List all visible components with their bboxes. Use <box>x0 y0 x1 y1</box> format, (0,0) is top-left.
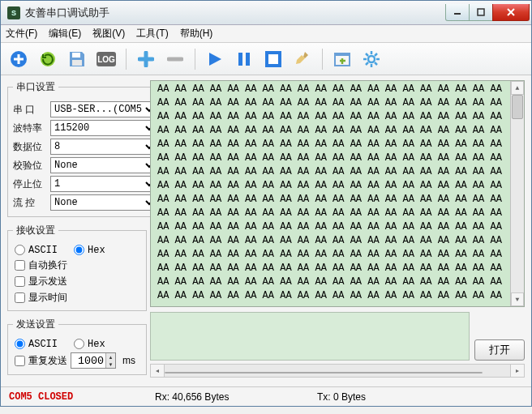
showsend-checkbox[interactable]: 显示发送 <box>13 275 67 288</box>
send-settings-legend: 发送设置 <box>13 318 58 331</box>
svg-rect-8 <box>238 53 242 66</box>
rx-content: AA AA AA AA AA AA AA AA AA AA AA AA AA A… <box>157 83 502 301</box>
play-icon[interactable] <box>204 48 226 70</box>
close-button[interactable] <box>492 4 530 21</box>
new-window-icon[interactable] <box>331 48 354 70</box>
minimize-button[interactable] <box>445 4 470 21</box>
parity-select[interactable]: None <box>50 157 157 173</box>
port-status: COM5 CLOSED <box>1 391 147 403</box>
save-icon[interactable] <box>66 48 88 70</box>
svg-text:LOG: LOG <box>97 55 115 64</box>
svg-rect-9 <box>246 53 250 66</box>
scroll-thumb[interactable] <box>512 95 523 119</box>
plus-icon[interactable] <box>135 48 157 70</box>
right-panel: AA AA AA AA AA AA AA AA AA AA AA AA AA A… <box>150 75 531 386</box>
toolbar-separator <box>322 49 323 70</box>
send-hex-radio[interactable]: Hex <box>72 339 105 350</box>
recv-ascii-radio[interactable]: ASCII <box>13 245 58 256</box>
flow-label: 流 控 <box>13 196 47 210</box>
refresh-icon[interactable] <box>36 48 59 70</box>
baud-label: 波特率 <box>13 122 47 135</box>
svg-rect-1 <box>478 9 484 15</box>
statusbar: COM5 CLOSED Rx: 40,656 Bytes Tx: 0 Bytes <box>1 386 531 406</box>
rx-hscrollbar[interactable]: ◂ ▸ <box>150 364 525 378</box>
tx-bytes: Tx: 0 Bytes <box>309 391 374 403</box>
interval-unit: ms <box>122 355 135 366</box>
menu-help[interactable]: 帮助(H) <box>180 27 213 41</box>
rx-textarea[interactable]: AA AA AA AA AA AA AA AA AA AA AA AA AA A… <box>150 80 525 307</box>
autowrap-checkbox[interactable]: 自动换行 <box>13 258 67 272</box>
stopbits-label: 停止位 <box>13 177 47 191</box>
send-settings-panel: 发送设置 ASCII Hex 重复发送 ▲▼ ms <box>7 318 147 375</box>
showtime-checkbox[interactable]: 显示时间 <box>13 291 67 305</box>
app-window: S 友善串口调试助手 文件(F) 编辑(E) 视图(V) 工具(T) 帮助(H) <box>0 0 532 407</box>
clear-icon[interactable] <box>291 48 314 70</box>
scroll-left-icon[interactable]: ◂ <box>151 365 165 377</box>
hscroll-thumb[interactable] <box>165 372 483 373</box>
spinner-buttons[interactable]: ▲▼ <box>105 353 115 368</box>
recv-settings-panel: 接收设置 ASCII Hex 自动换行 显示发送 显示时间 <box>7 224 147 311</box>
menu-tools[interactable]: 工具(T) <box>136 27 168 41</box>
svg-line-21 <box>375 53 377 56</box>
rx-bytes: Rx: 40,656 Bytes <box>147 391 309 403</box>
send-ascii-radio[interactable]: ASCII <box>13 339 58 350</box>
menubar: 文件(F) 编辑(E) 视图(V) 工具(T) 帮助(H) <box>1 25 531 43</box>
svg-rect-13 <box>335 53 350 56</box>
maximize-button[interactable] <box>469 4 493 21</box>
pause-icon[interactable] <box>233 48 255 70</box>
repeat-checkbox[interactable]: 重复发送 <box>13 354 67 368</box>
baud-select[interactable]: 115200 <box>50 120 157 136</box>
svg-line-22 <box>366 62 368 65</box>
svg-rect-4 <box>72 53 80 58</box>
window-title: 友善串口调试助手 <box>25 6 446 20</box>
scroll-down-icon[interactable]: ▼ <box>511 292 524 306</box>
menu-view[interactable]: 视图(V) <box>92 27 125 41</box>
scroll-right-icon[interactable]: ▸ <box>510 365 524 377</box>
scroll-up-icon[interactable]: ▲ <box>511 81 524 95</box>
recv-hex-radio[interactable]: Hex <box>72 245 105 256</box>
svg-line-20 <box>375 62 377 65</box>
databits-label: 数据位 <box>13 140 47 154</box>
tx-textarea[interactable] <box>150 312 470 361</box>
toolbar: LOG <box>1 43 531 75</box>
menu-file[interactable]: 文件(F) <box>6 27 37 41</box>
svg-rect-11 <box>268 54 278 64</box>
port-label: 串 口 <box>13 103 47 117</box>
stopbits-select[interactable]: 1 <box>50 176 157 192</box>
settings-icon[interactable] <box>360 48 383 70</box>
svg-rect-5 <box>72 60 82 66</box>
log-icon[interactable]: LOG <box>95 48 118 70</box>
recv-settings-legend: 接收设置 <box>13 224 58 237</box>
rx-vscrollbar[interactable]: ▲▼ <box>510 81 524 306</box>
svg-point-14 <box>368 56 375 62</box>
serial-settings-legend: 串口设置 <box>13 80 58 94</box>
titlebar[interactable]: S 友善串口调试助手 <box>1 1 531 25</box>
serial-settings-panel: 串口设置 串 口 USB-SER...(COM5 波特率 115200 数据位 … <box>7 80 162 217</box>
client-area: 串口设置 串 口 USB-SER...(COM5 波特率 115200 数据位 … <box>1 75 531 386</box>
parity-label: 校验位 <box>13 159 47 173</box>
port-select[interactable]: USB-SER...(COM5 <box>50 101 157 117</box>
toolbar-separator <box>126 49 127 70</box>
flow-select[interactable]: None <box>50 194 157 211</box>
databits-select[interactable]: 8 <box>50 139 157 155</box>
menu-edit[interactable]: 编辑(E) <box>49 27 81 41</box>
app-icon: S <box>7 6 20 19</box>
left-panel: 串口设置 串 口 USB-SER...(COM5 波特率 115200 数据位 … <box>1 75 150 386</box>
add-port-icon[interactable] <box>7 48 30 70</box>
open-button[interactable]: 打开 <box>474 339 525 361</box>
toolbar-separator <box>195 49 195 70</box>
svg-line-19 <box>366 53 368 56</box>
stop-icon[interactable] <box>262 48 285 70</box>
minus-icon[interactable] <box>164 48 187 70</box>
